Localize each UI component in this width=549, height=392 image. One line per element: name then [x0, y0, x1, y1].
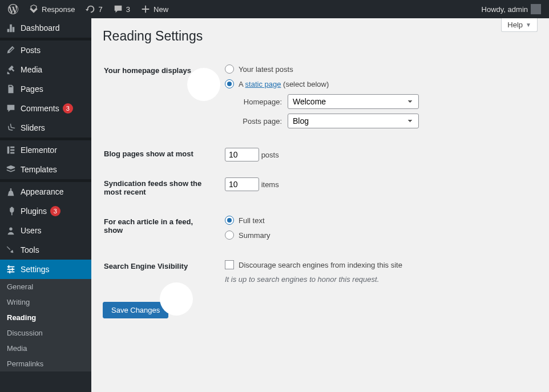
user-greeting[interactable]: Howdy, admin [478, 4, 544, 14]
svg-rect-8 [9, 265, 10, 268]
search-visibility-label: Search Engine Visibility [104, 253, 218, 290]
syndication-suffix: items [261, 180, 279, 189]
submenu-reading[interactable]: Reading [0, 310, 91, 325]
main-content: Help ▼ Reading Settings Your homepage di… [91, 18, 549, 392]
comments-badge: 3 [63, 103, 73, 114]
sidebar-item-comments[interactable]: Comments3 [0, 99, 91, 118]
search-visibility-description: It is up to search engines to honor this… [225, 275, 531, 284]
settings-submenu: General Writing Reading Discussion Media… [0, 279, 91, 371]
new-content-link[interactable]: New [137, 4, 172, 14]
static-page-radio[interactable] [225, 79, 234, 88]
page-title: Reading Settings [103, 29, 538, 44]
blog-pages-input[interactable] [225, 148, 259, 161]
search-visibility-checkbox-label: Discourage search engines from indexing … [239, 261, 402, 269]
help-tab[interactable]: Help ▼ [501, 18, 538, 32]
homepage-displays-label: Your homepage displays [104, 58, 218, 140]
admin-topbar: Response 7 3 New Howdy, admin [0, 0, 549, 18]
svg-rect-6 [7, 269, 15, 270]
posts-page-select-label: Posts page: [236, 117, 282, 126]
sidebar-item-pages[interactable]: Pages [0, 79, 91, 99]
full-text-label: Full text [239, 216, 265, 225]
updates-link[interactable]: 7 [82, 4, 106, 14]
homepage-select[interactable]: Welcome [288, 94, 419, 109]
sidebar-item-plugins[interactable]: Plugins3 [0, 201, 91, 221]
sidebar-item-users[interactable]: Users [0, 221, 91, 240]
feed-article-label: For each article in a feed, show [104, 209, 218, 252]
submenu-permalinks[interactable]: Permalinks [0, 356, 91, 371]
latest-posts-label: Your latest posts [239, 65, 293, 74]
latest-posts-radio[interactable] [225, 64, 234, 74]
syndication-input[interactable] [225, 177, 259, 191]
sidebar-item-sliders[interactable]: Sliders [0, 118, 91, 138]
comments-link[interactable]: 3 [110, 4, 134, 14]
static-page-link[interactable]: static page [245, 80, 281, 88]
summary-label: Summary [239, 231, 271, 240]
admin-sidebar: Dashboard Posts Media Pages Comments3 Sl… [0, 18, 91, 392]
chevron-down-icon: ▼ [526, 22, 531, 28]
sidebar-item-templates[interactable]: Templates [0, 160, 91, 179]
updates-count: 7 [99, 5, 103, 14]
sidebar-item-appearance[interactable]: Appearance [0, 182, 91, 201]
summary-radio[interactable] [225, 231, 234, 240]
sidebar-item-elementor[interactable]: Elementor [0, 140, 91, 160]
posts-page-select[interactable]: Blog [288, 114, 419, 128]
sidebar-item-settings[interactable]: Settings [0, 260, 91, 279]
submenu-writing[interactable]: Writing [0, 294, 91, 310]
sidebar-item-dashboard[interactable]: Dashboard [0, 18, 91, 38]
submenu-general[interactable]: General [0, 279, 91, 294]
full-text-radio[interactable] [225, 216, 234, 225]
site-name: Response [42, 5, 75, 14]
svg-rect-10 [9, 270, 10, 273]
new-label: New [154, 5, 168, 14]
submenu-discussion[interactable]: Discussion [0, 325, 91, 341]
static-page-label: A static page (select below) [239, 80, 329, 88]
plugins-badge: 3 [50, 206, 60, 216]
search-visibility-checkbox[interactable] [225, 260, 234, 269]
syndication-label: Syndication feeds show the most recent [104, 171, 218, 208]
save-button[interactable]: Save Changes [103, 302, 168, 318]
sidebar-item-posts[interactable]: Posts [0, 41, 91, 60]
svg-rect-0 [7, 147, 10, 154]
svg-point-4 [9, 228, 12, 231]
svg-rect-2 [10, 149, 14, 151]
site-name-link[interactable]: Response [25, 4, 79, 14]
svg-rect-9 [12, 268, 13, 270]
wp-logo[interactable] [5, 4, 22, 14]
submenu-media[interactable]: Media [0, 341, 91, 356]
topbar-comments-count: 3 [126, 5, 130, 14]
svg-rect-1 [10, 147, 14, 148]
sidebar-item-tools[interactable]: Tools [0, 240, 91, 260]
blog-pages-suffix: posts [261, 151, 279, 159]
blog-pages-label: Blog pages show at most [104, 141, 218, 169]
homepage-select-label: Homepage: [236, 98, 282, 106]
svg-rect-7 [7, 272, 15, 273]
sidebar-item-media[interactable]: Media [0, 60, 91, 79]
svg-rect-3 [10, 152, 14, 154]
avatar [531, 4, 541, 14]
